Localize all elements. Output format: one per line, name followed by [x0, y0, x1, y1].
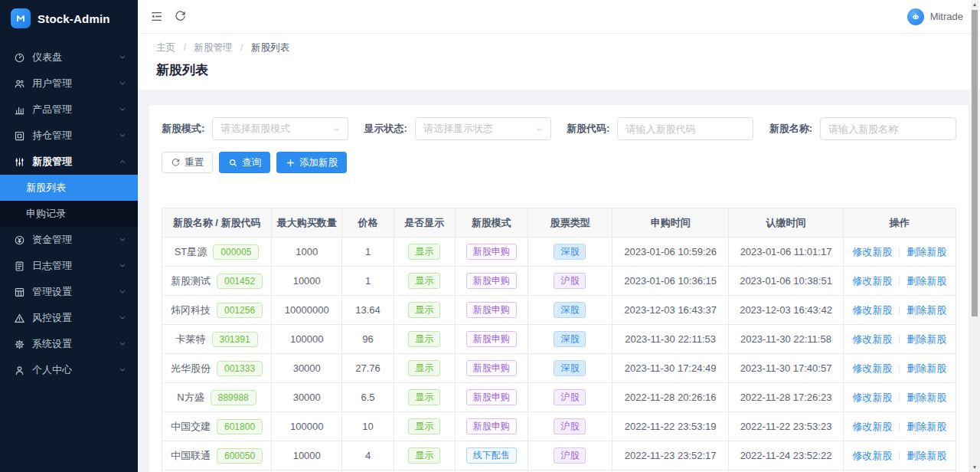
display-status-tag: 显示 — [408, 389, 440, 405]
scrollbar-thumb[interactable] — [972, 10, 978, 316]
edit-stock-link[interactable]: 修改新股 — [852, 450, 892, 461]
pay-time-cell: 2023-11-30 22:11:58 — [729, 325, 843, 354]
sidebar-menu: 仪表盘用户管理产品管理持仓管理新股管理新股列表申购记录资金管理日志管理管理设置风… — [0, 44, 138, 383]
edit-stock-link[interactable]: 修改新股 — [852, 333, 892, 345]
menu-fold-icon[interactable] — [150, 10, 163, 23]
sidebar-item-1[interactable]: 用户管理 — [0, 70, 138, 97]
edit-stock-link[interactable]: 修改新股 — [852, 421, 892, 432]
chevron-down-icon — [118, 287, 127, 297]
vertical-scrollbar[interactable]: ▲ ▼ — [971, 0, 978, 472]
delete-stock-link[interactable]: 删除新股 — [906, 392, 946, 403]
stock-name: 光华股份 — [171, 362, 211, 374]
sidebar-item-7[interactable]: 管理设置 — [0, 279, 138, 305]
pay-time-cell: 2023-12-03 16:43:42 — [729, 296, 843, 325]
sidebar-item-9[interactable]: 系统设置 — [0, 331, 138, 357]
action-divider — [899, 277, 900, 286]
code-input[interactable] — [617, 117, 753, 140]
table-row: 中国联通600050100004显示线下配售沪股2022-11-23 23:52… — [162, 441, 956, 470]
sidebar-item-label: 日志管理 — [32, 259, 118, 273]
delete-stock-link[interactable]: 删除新股 — [906, 246, 946, 257]
stock-code-badge: 301391 — [212, 332, 258, 347]
scroll-up-arrow-icon[interactable]: ▲ — [971, 0, 978, 9]
chevron-down-icon — [118, 313, 127, 323]
scroll-down-arrow-icon[interactable]: ▼ — [971, 463, 978, 472]
chevron-down-icon — [118, 365, 127, 375]
chevron-down-icon — [118, 105, 127, 114]
sidebar-item-3[interactable]: 持仓管理 — [0, 123, 138, 149]
sidebar-item-2[interactable]: 产品管理 — [0, 97, 138, 123]
filter-mode-label: 新股模式: — [162, 122, 204, 136]
price-cell: 96 — [342, 325, 394, 354]
filter-mode: 新股模式: 请选择新股模式 — [162, 117, 348, 140]
stock-code-badge: 000005 — [213, 244, 259, 260]
sidebar-item-6[interactable]: 日志管理 — [0, 253, 138, 279]
sidebar-submenu: 新股列表申购记录 — [0, 175, 138, 227]
sidebar-item-0[interactable]: 仪表盘 — [0, 44, 138, 70]
table-row: 卡莱特30139110000096显示新股申购深股2023-11-30 22:1… — [162, 325, 956, 354]
column-header: 是否显示 — [394, 208, 455, 238]
ipo-mode-tag: 新股申购 — [466, 302, 517, 318]
breadcrumb-home[interactable]: 主页 — [156, 42, 175, 53]
stock-type-tag: 沪股 — [554, 389, 586, 405]
admin-settings-icon — [14, 287, 25, 298]
filter-display-label: 显示状态: — [364, 122, 407, 136]
add-stock-label: 添加新股 — [299, 156, 338, 169]
edit-stock-link[interactable]: 修改新股 — [852, 304, 892, 316]
display-select[interactable]: 请选择显示状态 — [415, 117, 551, 140]
name-input[interactable] — [820, 117, 956, 140]
chevron-up-icon — [118, 157, 127, 166]
reset-button[interactable]: 重置 — [162, 152, 213, 173]
column-header: 价格 — [342, 208, 394, 238]
filter-row: 新股模式: 请选择新股模式 显示状态: 请选择显示状态 — [162, 117, 956, 140]
price-cell: 13.64 — [342, 296, 394, 325]
display-status-tag: 显示 — [408, 331, 440, 347]
topbar: Mitrade — [138, 0, 980, 34]
sidebar-item-5[interactable]: 资金管理 — [0, 227, 138, 253]
price-cell: 1 — [342, 238, 394, 267]
delete-stock-link[interactable]: 删除新股 — [906, 450, 946, 461]
column-header: 认缴时间 — [729, 208, 843, 238]
stock-type-tag: 深股 — [554, 360, 586, 376]
mode-select[interactable]: 请选择新股模式 — [212, 117, 348, 140]
edit-stock-link[interactable]: 修改新股 — [852, 275, 892, 287]
stock-type-tag: 深股 — [554, 331, 586, 347]
max-buy-cell: 30000 — [272, 354, 342, 383]
ipo-mode-tag: 新股申购 — [466, 418, 517, 434]
ipo-mode-tag: 新股申购 — [466, 331, 517, 347]
products-icon — [14, 104, 25, 116]
sidebar-item-label: 风控设置 — [32, 311, 118, 325]
user-menu[interactable]: Mitrade — [907, 8, 963, 25]
stock-name: 中国交建 — [171, 421, 211, 432]
sidebar-item-10[interactable]: 个人中心 — [0, 357, 138, 383]
pay-time-cell: 2022-11-24 23:52:22 — [729, 441, 843, 470]
delete-stock-link[interactable]: 删除新股 — [906, 362, 946, 374]
action-divider — [899, 451, 900, 461]
add-stock-button[interactable]: 添加新股 — [276, 152, 347, 173]
sidebar-subitem-1[interactable]: 申购记录 — [0, 201, 138, 227]
edit-stock-link[interactable]: 修改新股 — [852, 362, 892, 374]
action-divider — [899, 306, 900, 315]
pay-time-cell: 2023-01-06 11:01:17 — [729, 238, 843, 267]
column-header: 操作 — [843, 208, 956, 238]
delete-stock-link[interactable]: 删除新股 — [906, 421, 946, 432]
delete-stock-link[interactable]: 删除新股 — [906, 333, 946, 345]
delete-stock-link[interactable]: 删除新股 — [906, 275, 946, 287]
price-cell: 4 — [342, 441, 394, 470]
sidebar-subitem-0[interactable]: 新股列表 — [0, 175, 138, 201]
search-button[interactable]: 查询 — [219, 152, 270, 173]
sidebar-item-4[interactable]: 新股管理 — [0, 149, 138, 175]
edit-stock-link[interactable]: 修改新股 — [852, 392, 892, 403]
stock-table: 新股名称 / 新股代码最大购买数量价格是否显示新股模式股票类型申购时间认缴时间操… — [162, 208, 956, 472]
pay-time-cell: 2023-11-30 17:40:57 — [729, 354, 843, 383]
edit-stock-link[interactable]: 修改新股 — [852, 246, 892, 257]
max-buy-cell: 100000 — [272, 325, 342, 354]
app-logo[interactable]: Stock-Admin — [0, 0, 138, 37]
delete-stock-link[interactable]: 删除新股 — [906, 304, 946, 316]
column-header: 申购时间 — [612, 208, 728, 238]
reset-icon — [171, 158, 185, 168]
refresh-icon[interactable] — [174, 10, 187, 23]
stock-code-badge: 889988 — [211, 390, 256, 405]
sidebar-item-8[interactable]: 风控设置 — [0, 305, 138, 331]
chevron-down-icon — [118, 339, 127, 349]
breadcrumb-section[interactable]: 新股管理 — [194, 42, 232, 53]
